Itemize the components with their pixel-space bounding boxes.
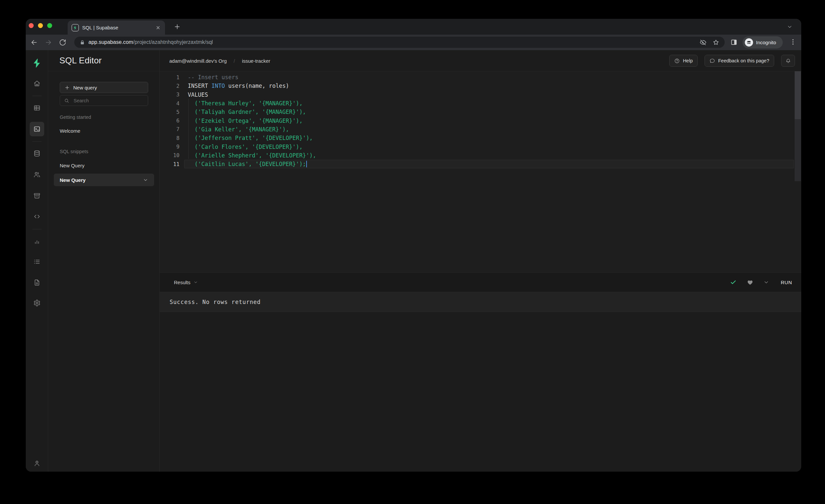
code-line: 8 ('Jefferson Pratt', '{DEVELOPER}'),	[160, 134, 801, 142]
section-label: SQL snippets	[60, 149, 88, 154]
code-text: INSERT INTO users(name, roles)	[188, 82, 289, 89]
desktop-background: SQL | Supabase app.supabase.com/project/…	[0, 0, 825, 504]
results-label: Results	[174, 280, 191, 285]
browser-window: SQL | Supabase app.supabase.com/project/…	[26, 19, 801, 472]
close-window-button[interactable]	[29, 23, 34, 28]
line-number: 8	[160, 135, 179, 141]
bookmark-star-icon[interactable]	[712, 39, 720, 46]
new-query-button[interactable]: New query	[60, 82, 148, 93]
help-button-label: Help	[683, 58, 693, 63]
lock-icon	[80, 40, 85, 45]
feedback-button-label: Feedback on this page?	[718, 58, 769, 63]
plus-icon	[64, 85, 70, 90]
rail-item-docs[interactable]	[30, 275, 44, 290]
bell-icon	[785, 58, 791, 64]
sql-editor-icon	[33, 126, 41, 133]
supabase-app: SQL Editor New query Getting startedWelc…	[26, 50, 801, 472]
reports-icon	[33, 238, 41, 245]
line-number: 6	[160, 118, 179, 124]
zoom-window-button[interactable]	[47, 23, 52, 28]
line-number: 1	[160, 74, 179, 80]
rail-item-reports[interactable]	[30, 234, 44, 248]
browser-menu-icon[interactable]	[790, 38, 797, 46]
section-label: Getting started	[60, 115, 91, 120]
url-bar[interactable]: app.supabase.com/project/azahtnhqohyjerz…	[74, 37, 725, 48]
reload-button[interactable]	[59, 39, 66, 46]
code-text: ('Theresa Hurley', '{MANAGER}'),	[188, 100, 303, 106]
rail-item-settings-gear[interactable]	[30, 296, 44, 310]
browser-tab[interactable]: SQL | Supabase	[68, 20, 165, 34]
rail-item-table-editor[interactable]	[30, 101, 44, 115]
search-input[interactable]	[73, 98, 144, 103]
side-panel-icon[interactable]	[730, 39, 738, 46]
query-result-message-row: Success. No rows returned	[160, 292, 801, 312]
editor-scrollbar[interactable]	[795, 71, 801, 181]
rail-divider	[32, 141, 42, 142]
snippet-item-selected[interactable]: New Query	[54, 173, 154, 186]
url-path: /project/azahtnhqohyjerzaxtmk/sql	[133, 39, 213, 45]
rail-item-account[interactable]	[30, 456, 44, 471]
database-icon	[33, 150, 41, 157]
main-content: adam@windmill.dev's Org / issue-tracker …	[160, 50, 801, 472]
sql-editor-panel: SQL Editor New query Getting startedWelc…	[48, 50, 160, 472]
code-line: 10 ('Arielle Shepherd', '{DEVELOPER}'),	[160, 151, 801, 160]
chevron-down-icon[interactable]	[143, 177, 148, 183]
line-number: 9	[160, 144, 179, 150]
code-line: 2INSERT INTO users(name, roles)	[160, 81, 801, 90]
incognito-icon	[745, 38, 753, 47]
close-tab-icon[interactable]	[155, 25, 161, 31]
search-box[interactable]	[60, 95, 148, 106]
back-button[interactable]	[30, 39, 38, 46]
notifications-button[interactable]	[781, 55, 795, 67]
code-line: 11 ('Caitlin Lucas', '{DEVELOPER}');	[160, 160, 801, 168]
rail-item-edge-functions[interactable]	[30, 209, 44, 224]
line-number: 3	[160, 91, 179, 98]
query-valid-check-icon[interactable]	[730, 279, 737, 286]
supabase-logo[interactable]	[32, 58, 42, 68]
rail-item-storage[interactable]	[30, 189, 44, 203]
rail-item-logs[interactable]	[30, 255, 44, 269]
feedback-button[interactable]: Feedback on this page?	[704, 55, 774, 67]
line-number: 4	[160, 100, 179, 106]
question-circle-icon	[674, 58, 680, 64]
code-text: ('Gia Keller', '{MANAGER}'),	[188, 126, 289, 133]
code-line: 1-- Insert users	[160, 73, 801, 81]
forward-button[interactable]	[45, 39, 52, 46]
rail-item-auth-users[interactable]	[30, 167, 44, 182]
favorite-heart-icon[interactable]	[746, 279, 754, 286]
speech-bubble-icon	[709, 58, 715, 64]
sql-code-editor[interactable]: 1-- Insert users2INSERT INTO users(name,…	[160, 71, 801, 272]
help-button[interactable]: Help	[669, 55, 698, 67]
breadcrumb-org[interactable]: adam@windmill.dev's Org	[169, 58, 227, 64]
breadcrumb-project[interactable]: issue-tracker	[242, 58, 270, 64]
rail-item-sql-editor[interactable]	[30, 122, 44, 136]
new-tab-button[interactable]	[173, 23, 181, 30]
snippet-item[interactable]: Welcome	[60, 128, 80, 134]
logs-icon	[33, 258, 41, 265]
supabase-favicon-icon	[72, 24, 79, 31]
url-text: app.supabase.com/project/azahtnhqohyjerz…	[88, 39, 699, 45]
minimize-window-button[interactable]	[38, 23, 43, 28]
results-empty-area	[160, 312, 801, 472]
auth-users-icon	[33, 171, 41, 178]
code-text: ('Carlo Flores', '{DEVELOPER}'),	[188, 144, 303, 150]
run-button[interactable]: RUN	[779, 280, 792, 285]
code-text: ('Caitlin Lucas', '{DEVELOPER}');	[188, 161, 307, 168]
rail-item-home[interactable]	[30, 76, 44, 91]
snippet-item[interactable]: New Query	[60, 163, 84, 168]
snippet-item-label: New Query	[60, 177, 143, 183]
chevron-down-icon	[194, 280, 198, 285]
content-header: adam@windmill.dev's Org / issue-tracker …	[160, 50, 801, 71]
breadcrumb-separator: /	[234, 58, 235, 64]
line-number: 5	[160, 109, 179, 115]
eye-off-icon[interactable]	[699, 39, 706, 46]
incognito-badge: Incognito	[743, 36, 783, 49]
edge-functions-icon	[33, 213, 41, 220]
page-title: SQL Editor	[59, 56, 102, 66]
results-dropdown[interactable]: Results	[174, 280, 198, 285]
run-options-chevron-icon[interactable]	[763, 279, 769, 285]
tab-search-chevron-icon[interactable]	[787, 24, 793, 30]
url-domain: app.supabase.com	[88, 39, 133, 45]
storage-icon	[33, 192, 41, 199]
rail-item-database[interactable]	[30, 146, 44, 161]
